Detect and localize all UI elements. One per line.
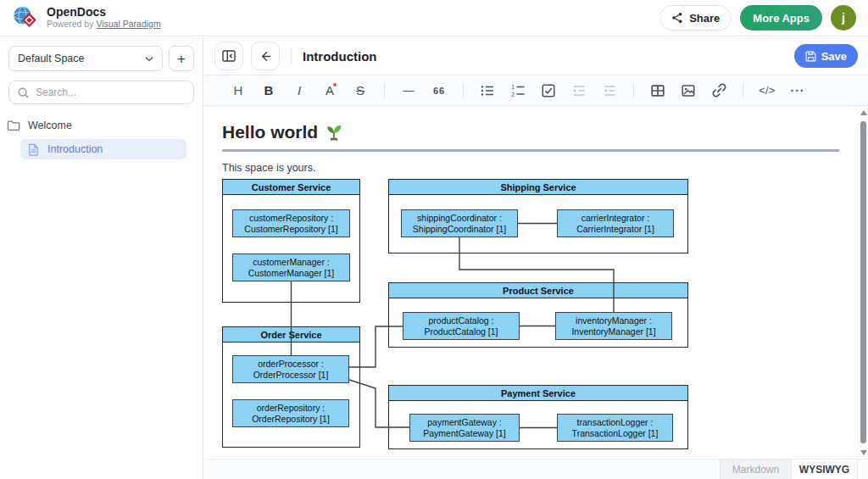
component-line1: transactionLogger : [558, 417, 672, 428]
powered-by-prefix: Powered by [47, 19, 93, 29]
chevron-down-icon [145, 56, 153, 62]
document-icon [27, 143, 40, 156]
component-line1: carrierIntegrator : [558, 213, 673, 224]
search-box [8, 81, 194, 104]
link-button[interactable] [706, 79, 732, 103]
bullet-list-button[interactable] [475, 79, 500, 103]
space-selector-value: Default Space [18, 53, 85, 64]
brand: OpenDocs Powered by Visual Paradigm [12, 4, 161, 31]
panel-collapse-icon [221, 48, 236, 64]
more-apps-button[interactable]: More Apps [740, 5, 822, 31]
component-inventory-manager: inventoryManager : InventoryManager [1] [555, 312, 672, 340]
main-panel: Introduction Save H B I A S — 66 [204, 37, 868, 479]
link-icon [711, 82, 727, 98]
toolbar-divider [384, 83, 385, 98]
save-label: Save [821, 50, 847, 63]
scroll-down-arrow[interactable] [860, 450, 867, 455]
table-icon [650, 83, 665, 98]
outdent-icon [602, 83, 617, 98]
blockquote-button[interactable]: 66 [426, 79, 452, 103]
sidebar: Default Space + [0, 37, 203, 479]
opendocs-logo-icon [12, 4, 39, 31]
editor-mode-bar: Markdown WYSIWYG [204, 459, 868, 479]
markdown-mode-tab[interactable]: Markdown [720, 460, 792, 479]
font-color-dot [333, 83, 337, 86]
component-order-processor: orderProcessor : OrderProcessor [1] [232, 355, 349, 383]
space-selector[interactable]: Default Space [8, 46, 163, 71]
component-shipping-coordinator: shippingCoordinator : ShippingCoordinato… [401, 209, 518, 237]
component-line1: customerManager : [233, 257, 349, 268]
component-diagram[interactable]: Customer Service Shipping Service Produc… [222, 179, 689, 452]
svg-text:2: 2 [511, 91, 515, 97]
scroll-up-arrow[interactable] [860, 110, 867, 115]
outdent-button[interactable] [597, 79, 622, 103]
component-line2: InventoryManager [1] [556, 326, 671, 337]
folder-icon [7, 119, 20, 132]
toolbar-divider [463, 83, 464, 98]
add-space-button[interactable]: + [169, 46, 194, 71]
component-carrier-integrator: carrierIntegrator : CarrierIntegrator [1… [557, 209, 674, 237]
heading-button[interactable]: H [225, 79, 251, 103]
vertical-scrollbar[interactable] [859, 107, 868, 459]
document-titlebar: Introduction Save [204, 37, 868, 75]
search-icon [17, 86, 30, 99]
italic-button[interactable]: I [287, 79, 312, 103]
toggle-sidebar-button[interactable] [214, 42, 243, 70]
tree-item-introduction[interactable]: Introduction [20, 139, 186, 159]
visual-paradigm-link[interactable]: Visual Paradigm [96, 19, 160, 29]
component-line1: paymentGateway : [410, 417, 519, 428]
toolbar-divider [633, 83, 634, 98]
image-icon [681, 83, 696, 98]
component-line2: ShippingCoordinator [1] [402, 224, 517, 235]
indent-button[interactable] [566, 79, 592, 103]
tree-item-label: Introduction [47, 143, 103, 155]
component-line1: orderProcessor : [233, 359, 348, 370]
document-content: Hello world This space is yours. Custome… [204, 107, 868, 459]
share-button[interactable]: Share [659, 5, 732, 31]
titlebar-divider [291, 47, 292, 65]
brand-text: OpenDocs Powered by Visual Paradigm [47, 6, 161, 30]
share-label: Share [689, 12, 720, 25]
page-tree: Welcome Introduction [0, 115, 203, 159]
component-line1: orderRepository : [233, 403, 348, 414]
bold-button[interactable]: B [256, 79, 281, 103]
heading-text: Hello world [222, 121, 318, 143]
table-button[interactable] [645, 79, 670, 103]
code-button[interactable]: </> [754, 79, 780, 103]
component-customer-repository: customerRepository : CustomerRepository … [232, 209, 350, 237]
component-line2: CarrierIntegrator [1] [558, 224, 673, 235]
font-color-button[interactable]: A [317, 79, 342, 103]
toolbar-divider [743, 83, 743, 98]
powered-by: Powered by Visual Paradigm [47, 19, 161, 30]
opendocs-app: OpenDocs Powered by Visual Paradigm Sh [0, 0, 868, 479]
tree-item-welcome[interactable]: Welcome [0, 115, 203, 136]
tree-item-label: Welcome [28, 120, 72, 131]
component-line1: inventoryManager : [556, 315, 671, 326]
scrollbar-thumb[interactable] [860, 121, 866, 443]
back-arrow-icon [259, 49, 273, 64]
component-customer-manager: customerManager : CustomerManager [1] [232, 253, 350, 281]
image-button[interactable] [676, 79, 701, 103]
save-button[interactable]: Save [794, 44, 858, 68]
more-options-button[interactable]: ··· [785, 79, 810, 103]
top-header: OpenDocs Powered by Visual Paradigm Sh [0, 0, 868, 36]
share-icon [671, 12, 683, 24]
indent-icon [571, 83, 587, 98]
top-actions: Share More Apps j [659, 5, 856, 31]
user-avatar[interactable]: j [831, 5, 856, 31]
space-row: Default Space + [0, 37, 203, 71]
search-input[interactable] [36, 86, 186, 98]
task-list-button[interactable] [536, 79, 561, 103]
wysiwyg-mode-tab[interactable]: WYSIWYG [792, 460, 858, 479]
component-product-catalog: productCatalog : ProductCatalog [1] [403, 312, 520, 340]
numbered-list-icon: 1 2 [510, 83, 526, 98]
app-name: OpenDocs [47, 6, 161, 19]
numbered-list-button[interactable]: 1 2 [505, 79, 531, 103]
svg-text:1: 1 [511, 84, 515, 90]
component-transaction-logger: transactionLogger : TransactionLogger [1… [557, 414, 673, 442]
back-button[interactable] [251, 42, 280, 70]
seedling-emoji-icon [325, 123, 343, 142]
component-line2: OrderProcessor [1] [233, 370, 348, 381]
strikethrough-button[interactable]: S [348, 79, 373, 103]
horizontal-rule-button[interactable]: — [396, 79, 421, 103]
